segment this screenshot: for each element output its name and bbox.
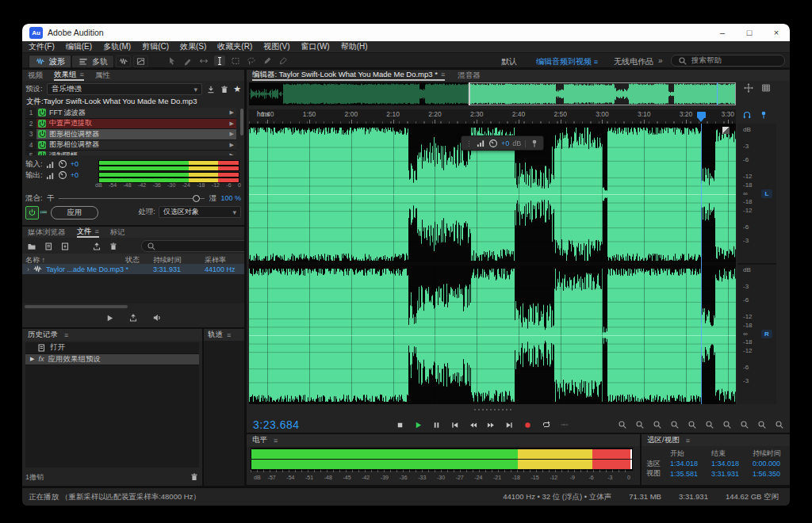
slot-chevron-icon[interactable]: ▶ (230, 131, 236, 137)
menu-6[interactable]: 视图(V) (263, 41, 289, 52)
grid-view-icon[interactable] (761, 83, 771, 93)
rack-power-button[interactable] (25, 206, 39, 220)
zoom-sel-right-button[interactable] (721, 419, 733, 430)
zoom-out-amp-button[interactable] (668, 419, 680, 430)
history-item[interactable]: 打开 (25, 342, 199, 354)
file-row[interactable]: ›Taylor ...ade Me Do.mp3 *3:31.93144100 … (22, 264, 244, 274)
timeline-ruler[interactable]: hms 1:401:502:002:102:202:302:402:503:00… (249, 109, 736, 124)
menu-3[interactable]: 剪辑(C) (142, 41, 169, 52)
effect-slot[interactable]: 3图形相位调整器▶ (25, 129, 236, 140)
slip-tool[interactable] (198, 55, 209, 66)
smudge-tool[interactable] (278, 55, 289, 66)
brush-tool[interactable] (262, 55, 273, 66)
maximize-button[interactable]: □ (736, 24, 763, 41)
hud-knob-icon[interactable] (488, 139, 498, 148)
preview-play-icon[interactable] (105, 314, 114, 323)
zoom-in-time-button[interactable] (616, 419, 628, 430)
workspace-default[interactable]: 默认 (501, 56, 517, 67)
slot-chevron-icon[interactable]: ▶ (230, 142, 236, 148)
effect-slot[interactable]: 5强制限幅▶ (25, 151, 236, 155)
zoom-selection-button[interactable] (738, 419, 750, 430)
input-gain-knob[interactable] (58, 159, 67, 169)
panel-menu-icon[interactable]: ≡ (64, 331, 68, 339)
multitrack-view-button[interactable]: 多轨 (71, 55, 114, 68)
insert-multitrack-icon[interactable] (92, 242, 102, 251)
power-icon[interactable] (36, 148, 46, 155)
panel-menu-icon[interactable]: ≡ (274, 437, 278, 445)
monitor-headphone-icon[interactable] (742, 110, 752, 120)
menu-8[interactable]: 帮助(H) (341, 41, 368, 52)
apply-button[interactable]: 应用 (51, 206, 98, 220)
overview-waveform[interactable] (249, 82, 736, 105)
zoom-reset-button[interactable] (686, 419, 698, 430)
menu-1[interactable]: 编辑(E) (66, 41, 92, 52)
effect-slot[interactable]: 1FFT 滤波器▶ (25, 108, 236, 119)
effects-tab-属性[interactable]: 属性 (95, 70, 110, 81)
files-hscrollbar[interactable] (25, 305, 128, 308)
master-level-meter[interactable] (251, 448, 633, 471)
delete-file-icon[interactable] (109, 242, 118, 251)
slot-chevron-icon[interactable]: ▶ (230, 109, 236, 116)
preset-dropdown[interactable]: 音乐增强▾ (47, 83, 202, 95)
menu-2[interactable]: 多轨(M) (103, 41, 131, 52)
gain-hud[interactable]: ⋮ +0 dB | (461, 136, 544, 151)
effect-slot[interactable]: 2中置声道提取▶ (25, 119, 236, 130)
zoom-timed-button[interactable] (756, 419, 768, 430)
fade-handle-icon[interactable] (722, 127, 730, 134)
open-file-icon[interactable] (27, 242, 36, 251)
loop-playback-button[interactable] (540, 419, 552, 430)
help-search-input[interactable]: 搜索帮助 (671, 55, 785, 67)
files-search-input[interactable] (141, 240, 244, 252)
play-button[interactable] (412, 419, 424, 430)
skip-to-start-button[interactable] (449, 419, 461, 430)
waveform-display[interactable]: ⋮ +0 dB | (249, 124, 736, 404)
show-spectral-icon[interactable] (133, 55, 148, 67)
record-button[interactable] (522, 419, 534, 430)
files-tab-标记[interactable]: 标记 (110, 227, 125, 238)
rack-list-toggle-icon[interactable]: ≔ (40, 206, 49, 218)
waveform-hscrollbar[interactable] (249, 406, 736, 414)
panel-menu-icon[interactable]: ≡ (227, 331, 231, 339)
workspace-edit-audio-video[interactable]: 编辑音频到视频 ≡ (536, 56, 598, 67)
skip-to-end-button[interactable] (504, 419, 515, 430)
menu-0[interactable]: 文件(F) (29, 41, 55, 52)
files-tab-媒体浏览器[interactable]: 媒体浏览器 (28, 227, 66, 238)
history-item[interactable]: ▶fx应用效果组预设 (25, 354, 199, 366)
auto-play-icon[interactable] (128, 313, 138, 323)
menu-4[interactable]: 效果(S) (180, 41, 206, 52)
editor-tab[interactable]: 编辑器: Taylor Swift-Look What You Made Me … (252, 70, 445, 81)
lasso-tool[interactable] (246, 55, 257, 66)
effects-tab-视频[interactable]: 视频 (28, 70, 43, 81)
workspace-overflow-chevron[interactable]: » (658, 56, 663, 65)
output-gain-knob[interactable] (58, 170, 67, 180)
new-file-icon[interactable] (60, 242, 70, 251)
zoom-in-amp-button[interactable] (651, 419, 663, 430)
razor-tool[interactable] (182, 55, 193, 66)
hud-pin-icon[interactable] (530, 139, 539, 148)
ibeam-tool[interactable] (214, 55, 225, 66)
effects-tab-效果组[interactable]: 效果组 ≡ (54, 70, 84, 81)
rewind-button[interactable] (467, 419, 479, 430)
files-column-header[interactable]: 名称 ↑状态持续时间采样率 (22, 254, 244, 265)
navigate-icon[interactable] (744, 83, 753, 93)
show-waveform-icon[interactable] (116, 55, 131, 67)
zoom-full-button[interactable] (773, 419, 785, 430)
clear-history-trash-icon[interactable] (190, 472, 199, 483)
stop-button[interactable] (394, 419, 406, 430)
import-file-icon[interactable] (44, 242, 53, 251)
process-dropdown[interactable]: 仅选区对象▾ (159, 206, 241, 218)
slot-chevron-icon[interactable]: ▶ (230, 120, 236, 127)
skip-selection-button[interactable] (558, 419, 570, 430)
save-preset-icon[interactable] (206, 85, 216, 94)
zoom-sel-left-button[interactable] (703, 419, 715, 430)
menu-7[interactable]: 窗口(W) (301, 41, 330, 52)
favorite-star-icon[interactable]: ★ (233, 84, 241, 94)
slot-chevron-icon[interactable]: ▶ (230, 152, 236, 155)
marquee-tool[interactable] (230, 55, 241, 66)
mix-slider[interactable] (59, 198, 204, 199)
effects-list-scrollbar[interactable] (240, 109, 243, 136)
pause-button[interactable] (431, 419, 442, 430)
workspace-radio[interactable]: 无线电作品 (614, 56, 653, 67)
move-tool[interactable] (167, 55, 178, 66)
close-button[interactable]: × (763, 24, 790, 41)
